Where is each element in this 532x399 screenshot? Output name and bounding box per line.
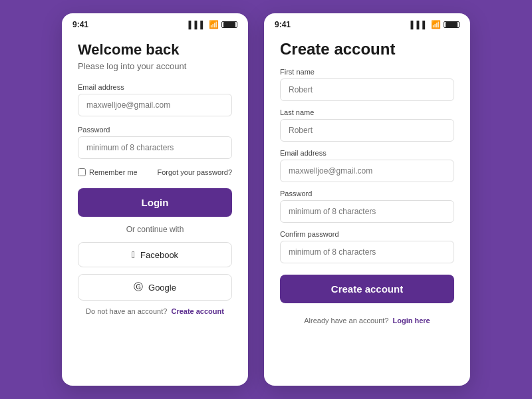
signup-password-label: Password	[280, 190, 454, 198]
bottom-link: Do not have an account? Create account	[78, 307, 232, 315]
facebook-icon: 	[132, 249, 135, 260]
confirm-password-group: Confirm password	[280, 230, 454, 270]
login-subtitle: Please log into your account	[78, 61, 232, 71]
login-time: 9:41	[72, 20, 88, 29]
email-input[interactable]	[78, 94, 232, 116]
login-body: Welcome back Please log into your accoun…	[62, 33, 248, 380]
remember-row: Remember me Forgot your password?	[78, 168, 232, 176]
already-text: Already have an account?	[304, 317, 388, 325]
battery-icon	[444, 21, 460, 28]
signup-card: 9:41 ▌▌▌ 📶 Create account First name Las…	[264, 13, 470, 386]
remember-group: Remember me	[78, 168, 138, 176]
wifi-icon: 📶	[431, 20, 441, 29]
last-name-group: Last name	[280, 108, 454, 148]
last-name-input[interactable]	[280, 119, 454, 142]
signup-email-input[interactable]	[280, 160, 454, 182]
signup-time: 9:41	[275, 20, 291, 29]
confirm-password-label: Confirm password	[280, 230, 454, 238]
signup-password-input[interactable]	[280, 200, 454, 223]
forgot-password-link[interactable]: Forgot your password?	[158, 168, 233, 176]
login-title: Welcome back	[78, 41, 232, 59]
first-name-input[interactable]	[280, 78, 454, 101]
or-text: Or continue with	[78, 225, 232, 234]
signal-icon: ▌▌▌	[411, 21, 428, 29]
remember-label: Remember me	[89, 168, 138, 176]
signup-email-group: Email address	[280, 149, 454, 189]
signup-password-group: Password	[280, 190, 454, 229]
battery-icon	[221, 21, 237, 28]
create-account-link[interactable]: Create account	[171, 307, 223, 315]
email-label: Email address	[78, 83, 232, 91]
wifi-icon: 📶	[209, 20, 219, 29]
facebook-label: Facebook	[140, 250, 178, 260]
google-button[interactable]: Ⓖ Google	[78, 274, 232, 301]
google-label: Google	[148, 283, 176, 293]
login-status-icons: ▌▌▌ 📶	[189, 20, 237, 29]
password-label: Password	[78, 126, 232, 134]
signup-bottom-link: Already have an account? Login here	[280, 317, 454, 325]
login-card: 9:41 ▌▌▌ 📶 Welcome back Please log into …	[62, 13, 248, 386]
signal-icon: ▌▌▌	[189, 21, 206, 29]
facebook-button[interactable]:  Facebook	[78, 242, 232, 267]
email-group: Email address	[78, 83, 232, 124]
signup-body: Create account First name Last name Emai…	[264, 33, 470, 380]
login-status-bar: 9:41 ▌▌▌ 📶	[62, 13, 248, 33]
signup-email-label: Email address	[280, 149, 454, 157]
first-name-label: First name	[280, 68, 454, 76]
password-group: Password	[78, 126, 232, 167]
no-account-text: Do not have an account?	[86, 307, 167, 315]
last-name-label: Last name	[280, 108, 454, 116]
signup-title: Create account	[280, 40, 454, 59]
login-here-link[interactable]: Login here	[393, 317, 430, 325]
signup-status-icons: ▌▌▌ 📶	[411, 20, 460, 29]
remember-checkbox[interactable]	[78, 168, 86, 176]
signup-status-bar: 9:41 ▌▌▌ 📶	[264, 13, 470, 33]
google-icon: Ⓖ	[134, 281, 143, 293]
login-button[interactable]: Login	[78, 188, 232, 217]
confirm-password-input[interactable]	[280, 241, 454, 263]
password-input[interactable]	[78, 136, 232, 159]
first-name-group: First name	[280, 68, 454, 108]
create-account-button[interactable]: Create account	[280, 275, 454, 303]
